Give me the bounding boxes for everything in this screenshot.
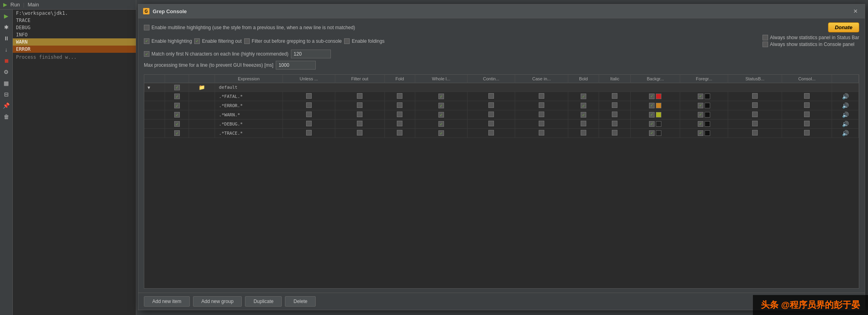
col-unless[interactable]: Unless ... — [283, 75, 335, 83]
cell-unless[interactable] — [283, 101, 335, 110]
cell-console[interactable] — [782, 101, 832, 110]
add-new-group-button[interactable]: Add new group — [193, 296, 242, 307]
cell-whole[interactable] — [415, 110, 467, 120]
table-row[interactable]: ▼ 📁 default — [144, 83, 859, 92]
cell-unless[interactable] — [283, 92, 335, 101]
stats-statusbar-checkbox[interactable] — [762, 35, 768, 40]
table-row[interactable]: .*FATAL.* — [144, 92, 859, 101]
cell-statusb[interactable] — [728, 110, 782, 120]
col-statusb[interactable]: StatusB... — [728, 75, 782, 83]
cell-unless[interactable] — [283, 120, 335, 129]
cell-sound[interactable]: 🔊 — [832, 92, 859, 101]
pattern-table-container[interactable]: Expression Unless ... Filter out Fold Wh… — [144, 74, 859, 289]
cell-check[interactable] — [165, 83, 189, 92]
cell-bg[interactable] — [631, 110, 680, 120]
cell-filterout[interactable] — [335, 129, 384, 138]
cell-bg[interactable] — [631, 129, 680, 138]
settings-button[interactable]: ⚙ — [2, 67, 11, 77]
cell-bold[interactable] — [568, 101, 599, 110]
cell-whole[interactable] — [415, 101, 467, 110]
cell-italic[interactable] — [599, 129, 631, 138]
col-console[interactable]: Consol... — [782, 75, 832, 83]
cell-check[interactable] — [165, 101, 189, 110]
cell-filterout[interactable] — [335, 101, 384, 110]
max-processing-input[interactable] — [276, 61, 316, 70]
cell-unless[interactable] — [283, 129, 335, 138]
match-first-n-input[interactable] — [291, 50, 331, 58]
cell-bg[interactable] — [631, 120, 680, 129]
cell-fold[interactable] — [384, 110, 415, 120]
log-error[interactable]: ERROR — [13, 46, 136, 53]
cell-casein[interactable] — [515, 120, 568, 129]
cell-casein[interactable] — [515, 110, 568, 120]
cell-statusb[interactable] — [728, 101, 782, 110]
cell-sound[interactable]: 🔊 — [832, 101, 859, 110]
table-row[interactable]: .*WARN.* — [144, 110, 859, 120]
cell-filterout[interactable] — [335, 92, 384, 101]
cell-contin[interactable] — [467, 101, 515, 110]
cell-italic[interactable] — [599, 101, 631, 110]
cell-whole[interactable] — [415, 129, 467, 138]
cell-casein[interactable] — [515, 129, 568, 138]
cell-check[interactable] — [165, 110, 189, 120]
cell-check[interactable] — [165, 92, 189, 101]
cell-filterout[interactable] — [335, 110, 384, 120]
rerun-button[interactable]: ✱ — [2, 22, 11, 32]
col-bg[interactable]: Backgr... — [631, 75, 680, 83]
filter-button[interactable]: ⊟ — [2, 90, 11, 99]
cell-fg[interactable] — [680, 120, 728, 129]
cell-contin[interactable] — [467, 129, 515, 138]
stop-button[interactable]: ⏹ — [2, 56, 11, 66]
duplicate-button[interactable]: Duplicate — [245, 296, 282, 307]
col-fg[interactable]: Foregr... — [680, 75, 728, 83]
cell-fg[interactable] — [680, 92, 728, 101]
cell-check[interactable] — [165, 129, 189, 138]
cell-unless[interactable] — [283, 110, 335, 120]
col-bold[interactable]: Bold — [568, 75, 599, 83]
cell-sound[interactable]: 🔊 — [832, 120, 859, 129]
cell-italic[interactable] — [599, 110, 631, 120]
highlighting-checkbox[interactable] — [144, 38, 149, 44]
foldings-checkbox[interactable] — [344, 38, 350, 44]
multiline-checkbox[interactable] — [144, 25, 149, 30]
delete-button[interactable]: Delete — [285, 296, 316, 307]
cell-console[interactable] — [782, 129, 832, 138]
table-row[interactable]: .*ERROR.* — [144, 101, 859, 110]
cell-bg[interactable] — [631, 101, 680, 110]
bg-color-swatch[interactable] — [656, 103, 661, 108]
pause-button[interactable]: ⏸ — [2, 34, 11, 43]
cell-fold[interactable] — [384, 129, 415, 138]
match-first-n-checkbox[interactable] — [144, 51, 149, 57]
close-dialog-button[interactable]: × — [851, 7, 860, 16]
cell-italic[interactable] — [599, 120, 631, 129]
cell-casein[interactable] — [515, 92, 568, 101]
log-trace[interactable]: TRACE — [13, 17, 136, 24]
cell-bold[interactable] — [568, 120, 599, 129]
cell-console[interactable] — [782, 120, 832, 129]
resume-button[interactable]: ↓ — [2, 45, 11, 54]
donate-button[interactable]: Donate — [828, 22, 859, 32]
cell-fold[interactable] — [384, 120, 415, 129]
cell-fg[interactable] — [680, 110, 728, 120]
pin-button[interactable]: 📌 — [2, 101, 11, 110]
log-info[interactable]: INFO — [13, 31, 136, 38]
col-filterout[interactable]: Filter out — [335, 75, 384, 83]
fg-color-swatch[interactable] — [705, 112, 710, 118]
log-debug[interactable]: DEBUG — [13, 24, 136, 31]
cell-bold[interactable] — [568, 110, 599, 120]
cell-expand[interactable]: ▼ — [144, 83, 165, 92]
table-row[interactable]: .*TRACE.* — [144, 129, 859, 138]
col-italic[interactable]: Italic — [599, 75, 631, 83]
cell-contin[interactable] — [467, 110, 515, 120]
cell-contin[interactable] — [467, 120, 515, 129]
cell-check[interactable] — [165, 120, 189, 129]
bg-color-swatch[interactable] — [656, 121, 661, 127]
play-button[interactable]: ▶ — [2, 11, 11, 21]
cell-bold[interactable] — [568, 129, 599, 138]
col-continue[interactable]: Contin... — [467, 75, 515, 83]
stats-console-checkbox[interactable] — [762, 42, 768, 47]
cell-whole[interactable] — [415, 92, 467, 101]
cell-console[interactable] — [782, 110, 832, 120]
cell-fg[interactable] — [680, 129, 728, 138]
cell-contin[interactable] — [467, 92, 515, 101]
